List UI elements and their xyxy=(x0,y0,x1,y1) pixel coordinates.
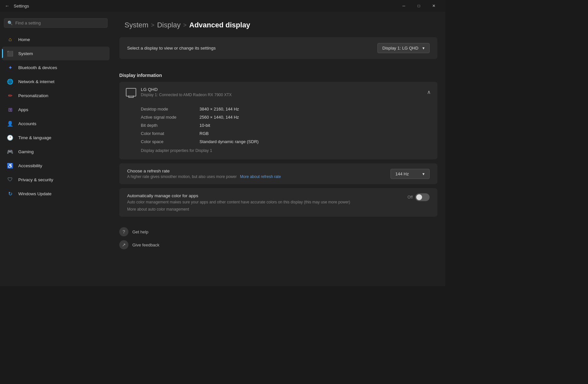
display-info-card: LG QHD Display 1: Connected to AMD Radeo… xyxy=(119,82,437,159)
refresh-rate-info: Choose a refresh rate A higher rate give… xyxy=(127,169,390,179)
refresh-rate-title: Choose a refresh rate xyxy=(127,169,390,173)
accessibility-icon: ♿ xyxy=(7,162,14,169)
refresh-rate-dropdown-icon: ▾ xyxy=(422,171,425,176)
search-icon: 🔍 xyxy=(7,21,13,25)
back-icon: ← xyxy=(5,3,9,8)
sidebar-item-update[interactable]: ↻ Windows Update xyxy=(2,187,110,200)
toggle-label: Off xyxy=(407,195,413,199)
window-controls: ─ □ ✕ xyxy=(396,0,441,12)
sidebar-item-privacy[interactable]: 🛡 Privacy & security xyxy=(2,173,110,186)
footer-links: ? Get help ↗ Give feedback xyxy=(111,221,445,256)
breadcrumb: System > Display > Advanced display xyxy=(125,21,432,29)
display-details: Desktop mode 3840 × 2160, 144 Hz Active … xyxy=(119,102,437,159)
nav-menu: ⌂ Home ⬛ System ✦ Bluetooth & devices 🌐 … xyxy=(0,32,111,201)
home-label: Home xyxy=(18,37,30,42)
titlebar: ← Settings ─ □ ✕ xyxy=(0,0,445,12)
accessibility-label: Accessibility xyxy=(18,163,42,168)
breadcrumb-part1: System xyxy=(125,21,148,29)
detail-row: Active signal mode 2560 × 1440, 144 Hz xyxy=(141,113,430,121)
search-box[interactable]: 🔍 xyxy=(4,18,108,28)
time-label: Time & language xyxy=(18,135,51,140)
sidebar-item-system[interactable]: ⬛ System xyxy=(2,47,110,60)
back-button[interactable]: ← xyxy=(4,3,10,9)
bluetooth-label: Bluetooth & devices xyxy=(18,65,57,70)
breadcrumb-part2: Display xyxy=(157,21,181,29)
display-name: LG QHD xyxy=(141,87,422,92)
display-dropdown[interactable]: Display 1: LG QHD ▾ xyxy=(377,43,430,53)
help-icon: ? xyxy=(119,227,128,236)
display-dropdown-value: Display 1: LG QHD xyxy=(382,46,419,51)
feedback-icon: ↗ xyxy=(119,240,128,249)
detail-row: Color space Standard dynamic range (SDR) xyxy=(141,138,430,146)
color-mgmt-title: Automatically manage color for apps xyxy=(127,193,401,198)
bluetooth-icon: ✦ xyxy=(7,64,14,71)
accounts-icon: 👤 xyxy=(7,120,14,127)
footer-link-feedback[interactable]: ↗ Give feedback xyxy=(119,240,437,249)
minimize-icon: ─ xyxy=(403,4,405,8)
display-sub: Display 1: Connected to AMD Radeon RX 79… xyxy=(141,93,422,97)
minimize-button[interactable]: ─ xyxy=(396,0,411,12)
system-icon: ⬛ xyxy=(7,50,14,57)
feedback-label: Give feedback xyxy=(132,243,159,247)
close-button[interactable]: ✕ xyxy=(426,0,441,12)
sidebar-item-network[interactable]: 🌐 Network & internet xyxy=(2,75,110,88)
sidebar-item-accessibility[interactable]: ♿ Accessibility xyxy=(2,159,110,172)
color-mgmt-toggle-group: Off xyxy=(407,193,430,201)
maximize-icon: □ xyxy=(418,4,420,8)
apps-icon: ⊞ xyxy=(7,106,14,113)
update-label: Windows Update xyxy=(18,191,51,196)
display-info-title: Display information xyxy=(119,66,437,82)
settings-window: ← Settings ─ □ ✕ 🔍 ⌂ Home ⬛ System xyxy=(0,0,445,286)
display-card-toggle[interactable]: LG QHD Display 1: Connected to AMD Radeo… xyxy=(119,82,437,102)
footer-link-help[interactable]: ? Get help xyxy=(119,227,437,236)
personalization-label: Personalization xyxy=(18,93,48,98)
refresh-rate-sub: A higher rate gives smoother motion, but… xyxy=(127,174,390,179)
apps-label: Apps xyxy=(18,107,28,112)
personalization-icon: ✏ xyxy=(7,92,14,99)
display-card-info: LG QHD Display 1: Connected to AMD Radeo… xyxy=(141,87,422,97)
privacy-label: Privacy & security xyxy=(18,177,53,182)
help-label: Get help xyxy=(132,229,148,234)
sidebar-item-gaming[interactable]: 🎮 Gaming xyxy=(2,145,110,158)
breadcrumb-sep1: > xyxy=(151,22,154,29)
update-icon: ↻ xyxy=(7,190,14,197)
color-mgmt-link[interactable]: More about auto color management xyxy=(127,207,401,212)
color-mgmt-row: Automatically manage color for apps Auto… xyxy=(127,193,430,212)
chevron-up-icon: ∧ xyxy=(427,89,431,95)
refresh-rate-dropdown[interactable]: 144 Hz ▾ xyxy=(390,169,430,179)
time-icon: 🕐 xyxy=(7,134,14,141)
sidebar-item-time[interactable]: 🕐 Time & language xyxy=(2,131,110,144)
sidebar-item-home[interactable]: ⌂ Home xyxy=(2,33,110,46)
display-dropdown-icon: ▾ xyxy=(422,46,425,51)
refresh-rate-card: Choose a refresh rate A higher rate give… xyxy=(119,163,437,184)
gaming-label: Gaming xyxy=(18,149,34,154)
select-display-row: Select a display to view or change its s… xyxy=(119,37,437,59)
sidebar-item-personalization[interactable]: ✏ Personalization xyxy=(2,89,110,102)
network-icon: 🌐 xyxy=(7,78,14,85)
search-input[interactable] xyxy=(15,21,104,25)
adapter-link[interactable]: Display adapter properties for Display 1 xyxy=(141,146,430,153)
privacy-icon: 🛡 xyxy=(7,176,14,183)
sidebar: 🔍 ⌂ Home ⬛ System ✦ Bluetooth & devices … xyxy=(0,12,111,286)
breadcrumb-current: Advanced display xyxy=(189,21,250,29)
close-icon: ✕ xyxy=(432,4,435,8)
main-content: System > Display > Advanced display Sele… xyxy=(111,12,445,286)
sidebar-item-accounts[interactable]: 👤 Accounts xyxy=(2,117,110,130)
sidebar-item-apps[interactable]: ⊞ Apps xyxy=(2,103,110,116)
home-icon: ⌂ xyxy=(7,36,14,43)
network-label: Network & internet xyxy=(18,79,54,84)
monitor-icon xyxy=(126,88,136,96)
maximize-button[interactable]: □ xyxy=(411,0,426,12)
accounts-label: Accounts xyxy=(18,121,37,126)
toggle-thumb xyxy=(416,194,422,200)
color-mgmt-card: Automatically manage color for apps Auto… xyxy=(119,188,437,217)
refresh-rate-value: 144 Hz xyxy=(395,171,409,176)
content-area: 🔍 ⌂ Home ⬛ System ✦ Bluetooth & devices … xyxy=(0,12,445,286)
sidebar-item-bluetooth[interactable]: ✦ Bluetooth & devices xyxy=(2,61,110,74)
system-label: System xyxy=(18,51,33,56)
detail-row: Desktop mode 3840 × 2160, 144 Hz xyxy=(141,105,430,113)
refresh-rate-link[interactable]: More about refresh rate xyxy=(240,174,281,179)
color-mgmt-info: Automatically manage color for apps Auto… xyxy=(127,193,407,212)
page-header: System > Display > Advanced display xyxy=(111,12,445,37)
color-mgmt-toggle[interactable] xyxy=(415,193,430,201)
